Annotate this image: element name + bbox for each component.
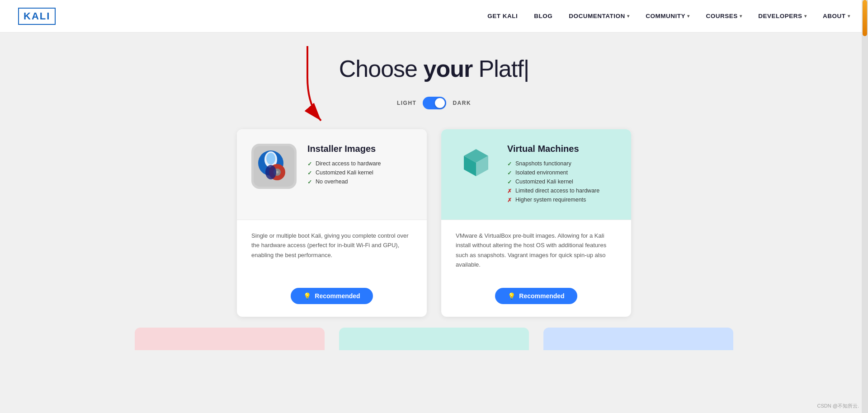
vm-title: Virtual Machines — [507, 144, 617, 154]
check-icon: ✓ — [307, 179, 312, 185]
installer-footer: 💡 Recommended — [237, 281, 427, 317]
feature-item: ✗ Limited direct access to hardware — [507, 188, 617, 194]
peek-card-teal[interactable] — [339, 328, 529, 350]
cross-icon: ✗ — [507, 188, 512, 194]
peek-card-blue[interactable] — [543, 328, 733, 350]
theme-toggle-section: LIGHT DARK — [0, 97, 868, 109]
feature-item: ✗ Higher system requirements — [507, 197, 617, 203]
cross-icon: ✗ — [507, 197, 512, 203]
feature-item: ✓ Isolated environment — [507, 169, 617, 176]
logo[interactable]: KALI — [18, 8, 56, 25]
chevron-down-icon: ▾ — [627, 14, 630, 19]
feature-item: ✓ No overhead — [307, 178, 412, 185]
navbar: KALI GET KALI BLOG DOCUMENTATION ▾ COMMU… — [0, 0, 868, 33]
dark-label: DARK — [453, 100, 471, 106]
check-icon: ✓ — [507, 179, 512, 185]
cards-grid: Installer Images ✓ Direct access to hard… — [0, 129, 868, 317]
title-section: Choose your Platf| — [0, 55, 868, 82]
light-label: LIGHT — [397, 100, 417, 106]
nav-blog[interactable]: BLOG — [534, 13, 552, 19]
vm-card-info: Virtual Machines ✓ Snapshots functionary… — [507, 144, 617, 203]
nav-developers[interactable]: DEVELOPERS ▾ — [758, 13, 807, 19]
chevron-down-icon: ▾ — [687, 14, 690, 19]
vm-description: VMware & VirtualBox pre-built images. Al… — [441, 220, 631, 281]
installer-card[interactable]: Installer Images ✓ Direct access to hard… — [237, 129, 427, 317]
watermark: CSDN @不知所云. — [817, 403, 859, 409]
installer-recommended-button[interactable]: 💡 Recommended — [291, 288, 373, 304]
theme-toggle[interactable] — [423, 97, 446, 109]
peek-card-pink[interactable] — [135, 328, 325, 350]
lamp-icon: 💡 — [508, 292, 515, 300]
scrollbar-track — [862, 0, 868, 413]
installer-card-info: Installer Images ✓ Direct access to hard… — [307, 144, 412, 185]
check-icon: ✓ — [507, 170, 512, 176]
feature-item: ✓ Customized Kali kernel — [507, 178, 617, 185]
check-icon: ✓ — [307, 161, 312, 167]
check-icon: ✓ — [507, 161, 512, 167]
installer-title: Installer Images — [307, 144, 412, 154]
installer-features: ✓ Direct access to hardware ✓ Customized… — [307, 160, 412, 185]
nav-courses[interactable]: COURSES ▾ — [706, 13, 742, 19]
vm-icon — [456, 144, 496, 184]
vm-footer: 💡 Recommended — [441, 281, 631, 317]
svg-point-8 — [265, 165, 276, 179]
toggle-knob — [435, 98, 445, 108]
chevron-down-icon: ▾ — [740, 14, 742, 19]
vm-features: ✓ Snapshots functionary ✓ Isolated envir… — [507, 160, 617, 203]
nav-about[interactable]: ABOUT ▾ — [823, 13, 850, 19]
nav-links: GET KALI BLOG DOCUMENTATION ▾ COMMUNITY … — [487, 13, 850, 19]
vm-card-top: Virtual Machines ✓ Snapshots functionary… — [441, 129, 631, 220]
nav-documentation[interactable]: DOCUMENTATION ▾ — [569, 13, 629, 19]
installer-card-top: Installer Images ✓ Direct access to hard… — [237, 129, 427, 220]
check-icon: ✓ — [307, 170, 312, 176]
svg-point-4 — [266, 153, 275, 164]
bottom-cards-peek — [0, 317, 868, 350]
feature-item: ✓ Customized Kali kernel — [307, 169, 412, 176]
chevron-down-icon: ▾ — [848, 14, 850, 19]
page-title: Choose your Platf| — [0, 55, 868, 82]
scrollbar-thumb[interactable] — [863, 0, 867, 36]
main-content: Choose your Platf| LIGHT DARK — [0, 33, 868, 413]
vm-recommended-button[interactable]: 💡 Recommended — [495, 288, 577, 304]
nav-community[interactable]: COMMUNITY ▾ — [646, 13, 689, 19]
feature-item: ✓ Snapshots functionary — [507, 160, 617, 167]
installer-icon — [251, 144, 297, 189]
chevron-down-icon: ▾ — [804, 14, 807, 19]
nav-get-kali[interactable]: GET KALI — [487, 13, 518, 19]
vm-card[interactable]: Virtual Machines ✓ Snapshots functionary… — [441, 129, 631, 317]
feature-item: ✓ Direct access to hardware — [307, 160, 412, 167]
installer-description: Single or multiple boot Kali, giving you… — [237, 220, 427, 281]
lamp-icon: 💡 — [303, 292, 311, 300]
